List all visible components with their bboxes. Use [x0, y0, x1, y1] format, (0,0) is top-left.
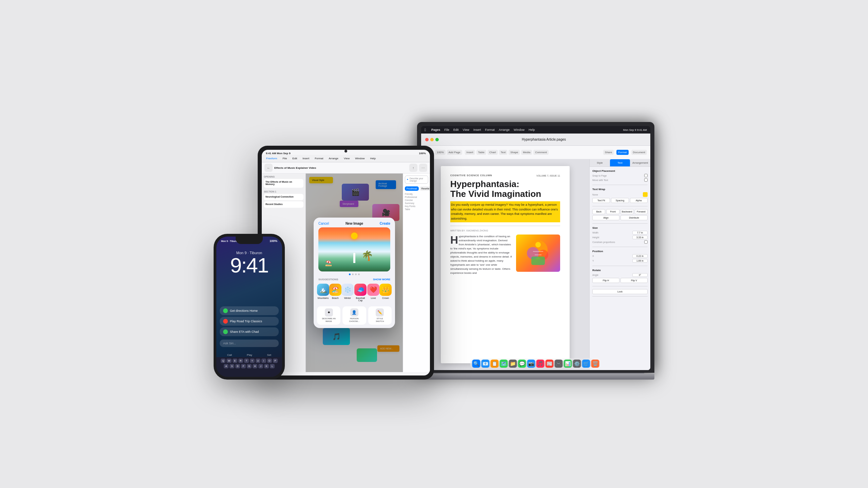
dock-messages[interactable]: 💬	[518, 360, 526, 368]
dock-appstore[interactable]: 🛒	[582, 360, 590, 368]
key-r[interactable]: R	[238, 359, 243, 363]
rewrite-button[interactable]: Rewrite	[420, 186, 430, 191]
sidebar-card-studies[interactable]: Recent Studies	[264, 201, 303, 208]
mac-menu-window[interactable]: Window	[514, 128, 525, 131]
key-y[interactable]: Y	[250, 359, 255, 363]
dock-photos[interactable]: 📷	[527, 360, 535, 368]
key-p[interactable]: P	[273, 359, 278, 363]
suggestion-mountains[interactable]: 🏔️ Mountains	[317, 284, 329, 302]
key-e[interactable]: E	[233, 359, 237, 363]
dock-news[interactable]: 📰	[546, 360, 554, 368]
distribute-btn[interactable]: Distribute	[620, 215, 648, 220]
modal-create-button[interactable]: Create	[380, 222, 390, 225]
ipad-menu-window[interactable]: Window	[353, 156, 366, 161]
flip-v-btn[interactable]: Flip V	[620, 278, 648, 283]
siri-item-music[interactable]: Play Road Trip Classics	[220, 317, 279, 326]
ipad-menu-file[interactable]: File	[281, 156, 289, 161]
minimize-button[interactable]	[430, 138, 434, 141]
height-value[interactable]: 3.33 in	[632, 236, 648, 239]
key-o[interactable]: O	[267, 359, 272, 363]
align-btn[interactable]: Align	[592, 215, 619, 220]
toolbar-format[interactable]: Format	[616, 150, 628, 155]
y-value[interactable]: 1.89 in	[632, 259, 648, 263]
mac-menu-arrange[interactable]: Arrange	[499, 128, 510, 131]
toolbar-share[interactable]: Share	[603, 150, 614, 155]
flip-h-btn[interactable]: Flip H	[592, 278, 619, 283]
toolbar-insert[interactable]: Insert	[465, 150, 475, 155]
dock-files[interactable]: 📁	[509, 360, 517, 368]
proofread-button[interactable]: Proofread	[405, 186, 419, 191]
dock-trash[interactable]: 🗑️	[591, 360, 599, 368]
siri-item-directions[interactable]: Get directions Home	[220, 306, 279, 315]
inspector-tab-text[interactable]: Text	[610, 159, 630, 166]
mac-menu-insert[interactable]: Insert	[473, 128, 481, 131]
siri-item-share[interactable]: Share ETA with Chad	[220, 327, 279, 336]
maximize-button[interactable]	[435, 138, 439, 141]
key-q[interactable]: Q	[221, 359, 225, 363]
width-value[interactable]: 7.7 in	[632, 231, 648, 235]
key-h[interactable]: H	[253, 364, 257, 368]
iphone-search[interactable]: Ask Siri...	[220, 340, 279, 347]
toolbar-share-btn[interactable]: ↑	[409, 164, 417, 172]
constrain-checkbox[interactable]	[644, 240, 648, 244]
modal-cancel-button[interactable]: Cancel	[318, 222, 329, 225]
x-value[interactable]: 0.22 in	[632, 254, 648, 258]
key-a[interactable]: A	[224, 364, 229, 368]
key-g[interactable]: G	[247, 364, 252, 368]
action-describe-image[interactable]: ✦ DESCRIBE ANIMAGE	[317, 306, 340, 324]
action-play[interactable]: Play	[247, 353, 252, 357]
lock-btn[interactable]: Lock	[592, 289, 648, 294]
key-k[interactable]: K	[264, 364, 269, 368]
mac-menu-help[interactable]: Help	[529, 128, 535, 131]
inspector-tab-style[interactable]: Style	[590, 159, 610, 166]
toolbar-back-btn[interactable]: ←	[264, 164, 273, 172]
dock-numbers[interactable]: 📊	[564, 360, 572, 368]
backward-btn[interactable]: Backward	[620, 209, 634, 214]
action-call[interactable]: Call	[227, 353, 232, 357]
suggestion-crown[interactable]: 👑 Crown	[379, 284, 392, 302]
move-checkbox[interactable]	[644, 178, 648, 182]
close-button[interactable]	[425, 138, 429, 141]
apple-menu[interactable]: 	[425, 128, 426, 132]
snap-checkbox[interactable]	[644, 174, 648, 177]
dock-game[interactable]: 🎮	[555, 360, 563, 368]
mac-app-name[interactable]: Pages	[431, 128, 440, 131]
toolbar-shape[interactable]: Shape	[509, 150, 520, 155]
key-i[interactable]: I	[261, 359, 266, 363]
key-u[interactable]: U	[256, 359, 260, 363]
describe-change-input[interactable]: ✦ Describe your change	[405, 176, 428, 184]
dock-maps[interactable]: 🗺️	[500, 360, 508, 368]
key-l[interactable]: L	[270, 364, 275, 368]
ipad-menu-format[interactable]: Format	[313, 156, 325, 161]
alpha-btn[interactable]: Alpha	[630, 198, 648, 203]
ipad-menu-edit[interactable]: Edit	[291, 156, 299, 161]
inspector-tab-arrangement[interactable]: Arrangement	[630, 159, 650, 166]
dock-mail[interactable]: 📧	[481, 360, 490, 368]
toolbar-more-btn[interactable]: ⋯	[419, 164, 427, 172]
back-btn[interactable]: Back	[592, 209, 605, 214]
front-btn[interactable]: Front	[606, 209, 619, 214]
spacing-btn[interactable]: Spacing	[611, 198, 629, 203]
wrap-color-swatch[interactable]	[643, 192, 648, 197]
suggestion-cap[interactable]: 🧢 Baseball Cap	[354, 284, 367, 302]
dock-settings[interactable]: ⚙️	[573, 360, 581, 368]
key-s[interactable]: S	[230, 364, 234, 368]
mac-menu-edit[interactable]: Edit	[453, 128, 459, 131]
toolbar-document[interactable]: Document	[631, 150, 647, 155]
key-f[interactable]: F	[241, 364, 246, 368]
sidebar-card-effects[interactable]: The Effects of Music on Memory	[264, 179, 303, 188]
mac-menu-file[interactable]: File	[445, 128, 450, 131]
toolbar-add-page[interactable]: Add Page	[447, 150, 462, 155]
mac-menu-view[interactable]: View	[463, 128, 469, 131]
text-fit-btn[interactable]: Text Fit	[592, 198, 610, 203]
mac-menu-format[interactable]: Format	[485, 128, 495, 131]
suggestion-beach[interactable]: 🏖️ Beach	[329, 284, 341, 302]
forward-btn[interactable]: Forward	[635, 209, 648, 214]
suggestion-love[interactable]: ❤️ Love	[367, 284, 379, 302]
dock-music[interactable]: 🎵	[536, 360, 545, 368]
action-set[interactable]: Set	[267, 353, 271, 357]
key-w[interactable]: W	[226, 359, 232, 363]
toolbar-comment[interactable]: Comment	[533, 150, 549, 155]
toolbar-text[interactable]: Text	[499, 150, 508, 155]
ipad-menu-arrange[interactable]: Arrange	[327, 156, 340, 161]
